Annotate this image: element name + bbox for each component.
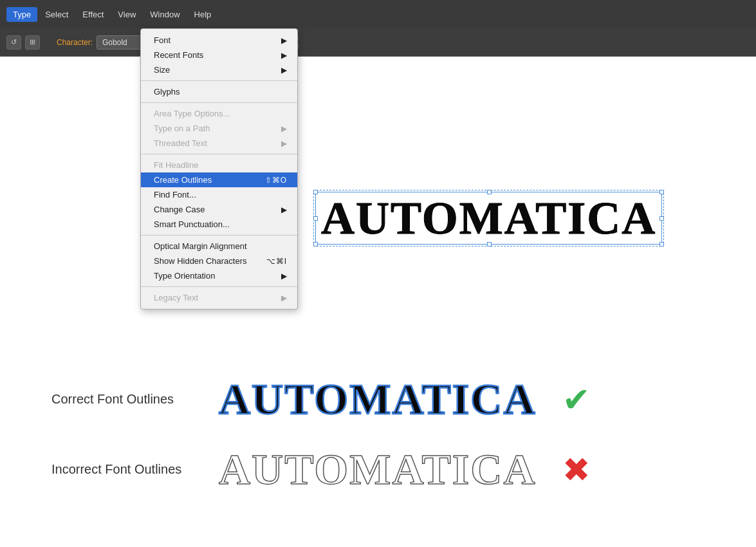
menu-type-orientation-item[interactable]: Type Orientation ▶ <box>141 268 297 283</box>
type-dropdown-menu: Font ▶ Recent Fonts ▶ Size ▶ Glyphs Area… <box>140 28 298 310</box>
correct-text-wrap: AUTOMATICA <box>219 374 537 425</box>
divider-4 <box>141 235 297 236</box>
menu-bar: Type Select Effect View Window Help <box>0 0 756 28</box>
canvas-text-container: AUTOMATICA <box>315 192 662 245</box>
menu-effect[interactable]: Effect <box>76 7 110 22</box>
correct-text: AUTOMATICA <box>219 374 537 425</box>
menu-glyphs-item[interactable]: Glyphs <box>141 84 297 99</box>
menu-type-on-path-item: Type on a Path ▶ <box>141 121 297 136</box>
threaded-text-arrow: ▶ <box>281 139 287 148</box>
menu-help[interactable]: Help <box>188 7 218 22</box>
incorrect-label: Incorrect Font Outlines <box>51 462 193 477</box>
menu-optical-margin-item[interactable]: Optical Margin Alignment <box>141 239 297 254</box>
type-on-path-arrow: ▶ <box>281 124 287 133</box>
divider-2 <box>141 102 297 103</box>
show-hidden-shortcut: ⌥⌘I <box>266 257 287 266</box>
handle-br[interactable] <box>659 242 664 246</box>
change-case-arrow: ▶ <box>281 205 287 214</box>
menu-fit-headline-item: Fit Headline <box>141 158 297 172</box>
menu-section-glyphs: Glyphs <box>141 83 297 100</box>
bottom-section: Correct Font Outlines AUTOMATICA ✔ Incor… <box>0 322 756 547</box>
handle-rm[interactable] <box>659 216 664 221</box>
divider-5 <box>141 286 297 287</box>
selected-text-box[interactable]: AUTOMATICA <box>315 192 662 245</box>
cross-icon: ✖ <box>562 450 591 489</box>
type-orientation-arrow: ▶ <box>281 272 287 281</box>
create-outlines-shortcut: ⇧⌘O <box>265 176 287 185</box>
menu-change-case-item[interactable]: Change Case ▶ <box>141 202 297 217</box>
menu-section-optical: Optical Margin Alignment Show Hidden Cha… <box>141 237 297 284</box>
handle-bm[interactable] <box>487 242 492 246</box>
menu-threaded-text-item: Threaded Text ▶ <box>141 136 297 151</box>
menu-legacy-text-item: Legacy Text ▶ <box>141 290 297 305</box>
legacy-text-arrow: ▶ <box>281 293 287 302</box>
menu-recent-fonts-item[interactable]: Recent Fonts ▶ <box>141 48 297 62</box>
menu-section-outlines: Fit Headline Create Outlines ⇧⌘O Find Fo… <box>141 156 297 233</box>
incorrect-text: AUTOMATICA <box>219 444 537 495</box>
menu-section-fonts: Font ▶ Recent Fonts ▶ Size ▶ <box>141 32 297 79</box>
check-icon: ✔ <box>562 380 591 419</box>
menu-section-area: Area Type Options... Type on a Path ▶ Th… <box>141 105 297 152</box>
menu-size-item[interactable]: Size ▶ <box>141 62 297 77</box>
correct-label: Correct Font Outlines <box>51 392 193 407</box>
menu-section-legacy: Legacy Text ▶ <box>141 289 297 306</box>
correct-row: Correct Font Outlines AUTOMATICA ✔ <box>51 374 705 425</box>
handle-lm[interactable] <box>313 216 318 221</box>
toolbar: ↺ ⊞ Character: Gobold Regular ▲ ▼ <box>0 28 756 57</box>
toolbar-align-btn[interactable]: ⊞ <box>25 35 40 50</box>
menu-select[interactable]: Select <box>39 7 75 22</box>
font-arrow: ▶ <box>281 36 287 45</box>
size-arrow: ▶ <box>281 66 287 75</box>
canvas-text: AUTOMATICA <box>321 195 656 241</box>
character-label: Character: <box>57 38 93 47</box>
incorrect-row: Incorrect Font Outlines AUTOMATICA ✖ <box>51 444 705 495</box>
incorrect-text-wrap: AUTOMATICA <box>219 444 537 495</box>
menu-type[interactable]: Type <box>6 7 37 22</box>
menu-font-item[interactable]: Font ▶ <box>141 33 297 48</box>
menu-view[interactable]: View <box>111 7 142 22</box>
menu-create-outlines-item[interactable]: Create Outlines ⇧⌘O <box>141 172 297 187</box>
handle-tm[interactable] <box>487 190 492 194</box>
toolbar-rotate-btn[interactable]: ↺ <box>6 35 21 50</box>
menu-show-hidden-item[interactable]: Show Hidden Characters ⌥⌘I <box>141 254 297 268</box>
handle-tl[interactable] <box>313 190 318 194</box>
menu-smart-punctuation-item[interactable]: Smart Punctuation... <box>141 217 297 232</box>
divider-1 <box>141 80 297 81</box>
handle-bl[interactable] <box>313 242 318 246</box>
menu-find-font-item[interactable]: Find Font... <box>141 187 297 202</box>
menu-window[interactable]: Window <box>143 7 186 22</box>
handle-tr[interactable] <box>659 190 664 194</box>
divider-3 <box>141 154 297 154</box>
menu-area-type-item: Area Type Options... <box>141 106 297 121</box>
recent-fonts-arrow: ▶ <box>281 51 287 60</box>
